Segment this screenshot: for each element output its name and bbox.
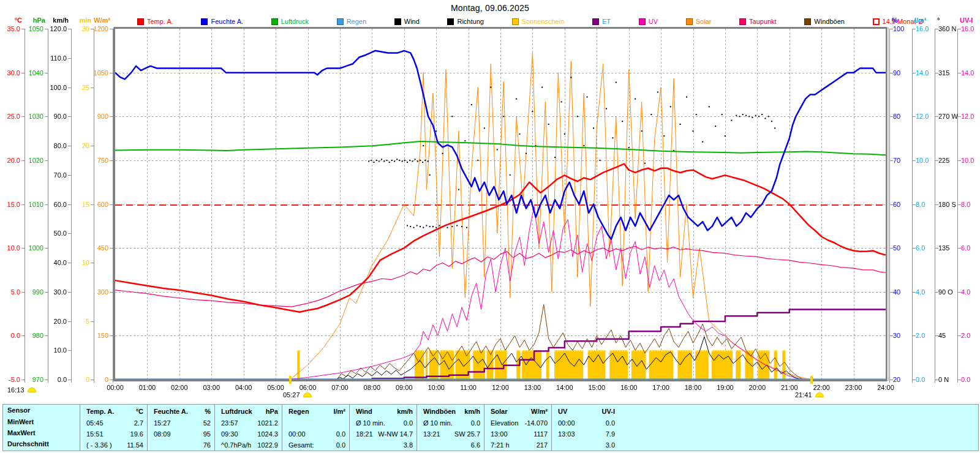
y-tick-label: 0 N [938,376,949,383]
cell-value: 1117 [533,430,548,438]
x-tick-label: 05:00 [262,384,289,391]
day-length-indicator: 16:13 [7,386,36,394]
x-tick-label: 18:00 [680,384,707,391]
table-column-regen: Regenl/m²00:000.0Gesamt:0.0 [282,405,350,451]
table-cell: 00:000.0 [552,418,619,429]
cell-label: 7:21 h [491,441,510,449]
cell-value: 3.8 [404,441,413,449]
sunrise-icon [303,392,312,397]
y-tick-label: 16.0 [961,26,974,32]
table-cell: 15:5119.6 [80,429,148,440]
y-tick-label: 20 [893,376,900,383]
cell-label: 15:27 [154,419,171,427]
y-tick-label: 980 [2,332,43,339]
table-cell: LuftdruckhPa [215,406,282,417]
table-cell: 18:21W-NW 14.7 [350,429,417,440]
table-row-label-maxwert: MaxWert [7,429,36,436]
table-cell: 08:0995 [148,429,215,440]
y-tick-label: 0.0 [961,376,970,383]
y-tick-label: 2.0 [961,332,970,339]
table-cell: Regenl/m² [282,406,350,417]
y-tick-label: 4.0 [916,289,925,296]
cell-value: 7.9 [606,430,615,438]
y-tick-label: 0.0 [916,376,925,383]
table-cell: 3.8 [350,440,417,451]
y-tick-label: 60 [893,201,900,208]
x-tick-label: 19:00 [712,384,739,391]
y-tick-label: 8.0 [961,201,970,208]
cell-label: 09:30 [221,430,238,438]
x-tick-label: 00:00 [102,384,129,391]
y-tick-label: 110.0 [25,55,67,62]
y-tick-label: 360 N [938,26,956,32]
cell-value: 52 [203,419,211,427]
table-column-solar: SolarW/m²Elevation-14.07013:0011177:21 h… [484,405,552,451]
table-cell: Ø 10 min.0.0 [350,418,417,429]
cell-label: Solar [491,408,508,415]
x-tick-label: 14:00 [551,384,578,391]
table-row-label-minwert: MinWert [7,418,34,425]
table-cell: 3.0 [552,440,619,451]
y-tick-label: 90 [893,70,900,77]
cell-value: °C [136,408,143,415]
x-tick-label: 04:00 [230,384,257,391]
x-tick-label: 12:00 [487,384,514,391]
cell-label: UV [558,408,567,415]
x-tick-label: 17:00 [647,384,674,391]
cell-label: 13:21 [423,430,440,438]
table-column-windb-en: Windböenkm/hØ 10 min.0.013:21SW 25.76.6 [417,405,484,451]
cell-value: UV-I [602,408,615,415]
day-length-value: 16:13 [7,386,24,394]
sunset-time: 21:41 [795,391,812,399]
table-cell: SolarW/m² [484,406,552,417]
table-cell: ( - 3.36 )11.54 [80,440,148,451]
cell-value: 1022.9 [257,441,278,449]
axis-header-w-m: W/m² [92,17,110,24]
table-cell: 05:452.7 [80,418,148,429]
cell-value: SW 25.7 [454,430,480,438]
cell-value: 0.0 [471,419,480,427]
cell-value: 95 [203,430,211,438]
y-tick-label: 80 [893,113,900,120]
y-tick-label: 600 [67,201,108,208]
x-tick-label: 23:00 [840,384,867,391]
cell-label: Elevation [491,419,518,427]
axis-header-: % [892,17,898,24]
cell-value: 0.0 [336,430,345,438]
table-cell: 13:21SW 25.7 [417,429,484,440]
cell-label: 15:51 [86,430,104,438]
sunset-icon [815,392,824,397]
x-tick-label: 15:00 [583,384,610,391]
sunrise-axis-tick [289,376,292,384]
cell-label: ( - 3.36 ) [86,441,112,449]
y-tick-label: 10.0 [25,347,67,354]
cell-label: Gesamt: [288,441,314,449]
cell-value: W-NW 14.7 [378,430,413,438]
cell-label: Regen [288,408,309,415]
table-column-feuchte-a: Feuchte A.%15:275208:099576 [147,405,215,451]
y-tick-label: 25 [48,84,89,91]
cell-value: W/m² [531,408,548,415]
table-column-uv: UVUV-I00:000.013:037.93.0 [551,405,619,451]
table-cell: Temp. A.°C [80,406,148,417]
cell-label: Windböen [423,408,456,415]
y-tick-label: 6.0 [961,245,970,252]
y-tick-label: 8.0 [916,201,925,208]
cell-label: ^0.7hPa/h [221,441,251,449]
table-column-wind: Windkm/hØ 10 min.0.018:21W-NW 14.73.8 [349,405,417,451]
x-tick-label: 06:00 [295,384,322,391]
table-cell: 13:001117 [484,429,552,440]
y-tick-label: 50 [893,245,900,252]
y-tick-label: 1000 [2,245,43,252]
table-cell: Windböenkm/h [417,406,484,417]
weather-app-window: Montag, 09.06.2025 Temp. A.Feuchte A.Luf… [0,0,980,453]
y-tick-label: 30.0 [25,289,67,296]
x-tick-label: 10:00 [423,384,450,391]
cell-label: 13:00 [491,430,508,438]
table-cell: 00:000.0 [282,429,350,440]
table-cell: 23:571021.2 [215,418,282,429]
y-tick-label: 30 [893,332,900,339]
y-tick-label: 750 [67,157,108,164]
axis-header-hpa: hPa [27,17,45,24]
y-tick-label: 315 [938,70,949,77]
